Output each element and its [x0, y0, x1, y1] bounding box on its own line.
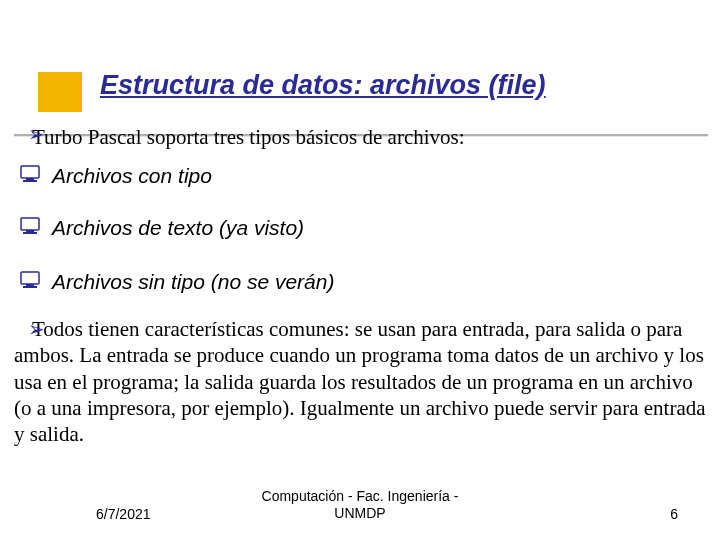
intro-line: ➢ Turbo Pascal soporta tres tipos básico… [14, 124, 704, 150]
list-item-label: Archivos con tipo [52, 164, 212, 187]
intro-text: Turbo Pascal soporta tres tipos básicos … [32, 124, 465, 150]
accent-square [38, 72, 82, 112]
footer-center: Computación - Fac. Ingeniería -UNMDP [0, 488, 720, 522]
svg-rect-0 [21, 166, 39, 178]
svg-rect-8 [23, 286, 37, 288]
screen-icon [20, 165, 40, 187]
svg-rect-7 [26, 284, 34, 286]
paragraph-text: Todos tienen características comunes: se… [14, 316, 710, 447]
svg-rect-1 [26, 178, 34, 180]
arrow-bullet-icon: ➢ [28, 319, 45, 339]
svg-rect-6 [21, 272, 39, 284]
paragraph-block: ➢ Todos tienen características comunes: … [14, 316, 710, 447]
footer-page-number: 6 [670, 506, 678, 522]
slide-title: Estructura de datos: archivos (file) [100, 70, 546, 101]
svg-rect-4 [26, 230, 34, 232]
slide: Estructura de datos: archivos (file) ➢ T… [0, 0, 720, 540]
arrow-bullet-icon: ➢ [28, 124, 45, 144]
screen-icon [20, 271, 40, 293]
paragraph-content: Todos tienen características comunes: se… [14, 317, 706, 446]
list-item: Archivos de texto (ya visto) [14, 216, 704, 240]
svg-rect-2 [23, 180, 37, 182]
svg-rect-5 [23, 232, 37, 234]
list-item-label: Archivos sin tipo (no se verán) [52, 270, 334, 293]
svg-rect-3 [21, 218, 39, 230]
screen-icon [20, 217, 40, 239]
footer-center-text: Computación - Fac. Ingeniería -UNMDP [262, 488, 459, 521]
list-item: Archivos con tipo [14, 164, 704, 188]
list-item-label: Archivos de texto (ya visto) [52, 216, 304, 239]
list-item: Archivos sin tipo (no se verán) [14, 270, 704, 294]
